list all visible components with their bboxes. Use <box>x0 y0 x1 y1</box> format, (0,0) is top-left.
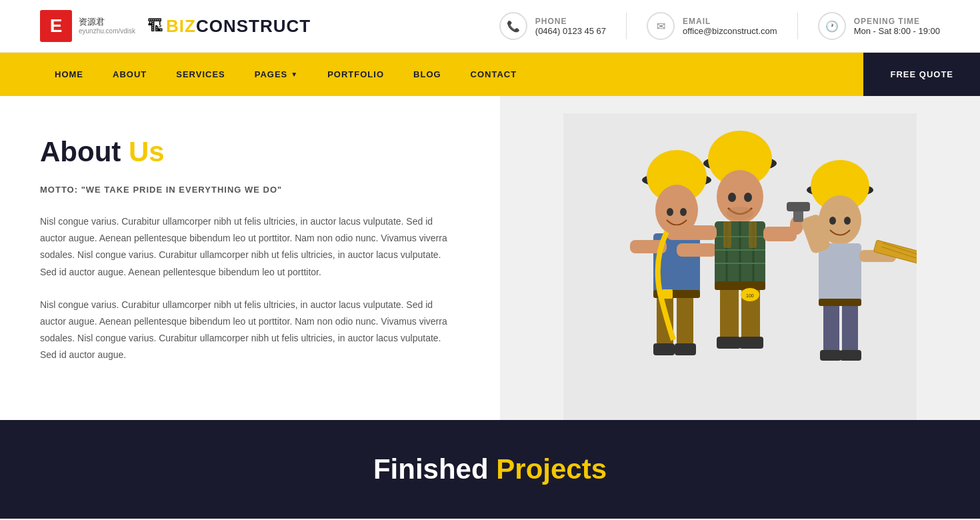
phone-info: PHONE (0464) 0123 45 67 <box>535 17 606 36</box>
navbar: HOME ABOUT SERVICES PAGES ▼ PORTFOLIO BL… <box>0 53 980 96</box>
about-heading: About Us <box>40 136 460 168</box>
svg-rect-38 <box>739 337 763 349</box>
svg-rect-58 <box>842 301 858 353</box>
brand-name: BIZCONSTRUCT <box>166 16 311 37</box>
svg-rect-3 <box>653 177 700 183</box>
nav-services[interactable]: SERVICES <box>161 53 240 96</box>
svg-text:100: 100 <box>746 293 754 298</box>
finished-heading-main: Finished <box>373 453 496 485</box>
logo-text-block: 资源君 eyunzhu.com/vdisk <box>79 17 135 35</box>
pages-dropdown-arrow: ▼ <box>291 71 298 78</box>
clock-icon: 🕐 <box>818 12 846 40</box>
email-contact: ✉ EMAIL office@bizconstruct.com <box>647 12 777 40</box>
finished-projects-heading: Finished Projects <box>40 453 940 485</box>
svg-rect-48 <box>819 243 861 302</box>
nav-about[interactable]: ABOUT <box>98 53 161 96</box>
svg-point-6 <box>680 208 687 216</box>
email-label: EMAIL <box>683 17 777 26</box>
about-motto: MOTTO: "WE TAKE PRIDE IN EVERYTHING WE D… <box>40 185 460 195</box>
email-info: EMAIL office@bizconstruct.com <box>683 17 777 36</box>
logo-chinese-text: 资源君 <box>79 17 135 27</box>
finished-projects-bar: Finished Projects <box>0 420 980 519</box>
header: E 资源君 eyunzhu.com/vdisk 🏗 BIZCONSTRUCT 📞… <box>0 0 980 53</box>
phone-value: (0464) 0123 45 67 <box>535 26 606 36</box>
finished-heading-accent: Projects <box>496 453 607 485</box>
phone-contact: 📞 PHONE (0464) 0123 45 67 <box>499 12 606 40</box>
svg-point-46 <box>829 217 836 225</box>
svg-rect-34 <box>667 225 717 240</box>
svg-rect-37 <box>717 337 741 349</box>
phone-label: PHONE <box>535 17 606 26</box>
svg-rect-35 <box>720 283 739 340</box>
logo-brand-area: 🏗 BIZCONSTRUCT <box>147 16 311 37</box>
svg-point-5 <box>667 208 673 216</box>
nav-blog[interactable]: BLOG <box>399 53 456 96</box>
header-contacts: 📞 PHONE (0464) 0123 45 67 ✉ EMAIL office… <box>499 12 940 40</box>
logo-area: E 资源君 eyunzhu.com/vdisk 🏗 BIZCONSTRUCT <box>40 10 311 42</box>
phone-icon: 📞 <box>499 12 527 40</box>
excavator-icon: 🏗 <box>147 17 163 35</box>
opening-contact: 🕐 OPENING TIME Mon - Sat 8:00 - 19:00 <box>818 12 940 40</box>
separator-1 <box>626 13 627 39</box>
about-paragraph-1: Nisl congue varius. Curabitur ullamcorpe… <box>40 213 460 281</box>
nav-portfolio[interactable]: PORTFOLIO <box>313 53 399 96</box>
nav-contact[interactable]: CONTACT <box>456 53 532 96</box>
brand-construct: CONSTRUCT <box>196 16 311 36</box>
nav-pages[interactable]: PAGES ▼ <box>240 53 313 96</box>
opening-label: OPENING TIME <box>854 17 940 26</box>
email-value: office@bizconstruct.com <box>683 26 777 36</box>
svg-rect-51 <box>787 202 810 211</box>
svg-rect-60 <box>840 350 861 361</box>
logo-url-text: eyunzhu.com/vdisk <box>79 27 135 35</box>
about-image-section: 100 <box>500 96 980 420</box>
workers-illustration: 100 <box>563 113 917 420</box>
svg-rect-11 <box>677 292 693 345</box>
about-heading-accent: Us <box>129 136 165 167</box>
logo-e-icon: E <box>40 10 72 42</box>
svg-rect-12 <box>653 343 675 355</box>
svg-point-22 <box>727 207 753 220</box>
svg-point-20 <box>728 193 736 202</box>
svg-rect-30 <box>723 221 731 248</box>
main-content: About Us MOTTO: "WE TAKE PRIDE IN EVERYT… <box>0 96 980 420</box>
opening-info: OPENING TIME Mon - Sat 8:00 - 19:00 <box>854 17 940 36</box>
svg-rect-18 <box>715 159 765 165</box>
about-text-section: About Us MOTTO: "WE TAKE PRIDE IN EVERYT… <box>0 96 500 420</box>
svg-rect-61 <box>819 299 861 306</box>
opening-value: Mon - Sat 8:00 - 19:00 <box>854 26 940 36</box>
svg-rect-13 <box>675 343 696 355</box>
nav-links: HOME ABOUT SERVICES PAGES ▼ PORTFOLIO BL… <box>0 53 863 96</box>
svg-point-47 <box>844 217 851 225</box>
about-paragraph-2: Nisl congue varius. Curabitur ullamcorpe… <box>40 297 460 364</box>
brand-biz: BIZ <box>166 16 196 36</box>
svg-rect-39 <box>715 281 765 290</box>
separator-2 <box>797 13 798 39</box>
about-heading-main: About <box>40 136 129 167</box>
svg-rect-59 <box>820 350 841 361</box>
svg-rect-9 <box>677 243 717 257</box>
nav-home[interactable]: HOME <box>40 53 98 96</box>
svg-rect-44 <box>818 186 862 193</box>
svg-rect-57 <box>823 301 839 353</box>
svg-rect-31 <box>749 221 757 248</box>
svg-point-21 <box>744 193 752 202</box>
email-icon: ✉ <box>647 12 675 40</box>
free-quote-button[interactable]: FREE QUOTE <box>863 53 980 96</box>
